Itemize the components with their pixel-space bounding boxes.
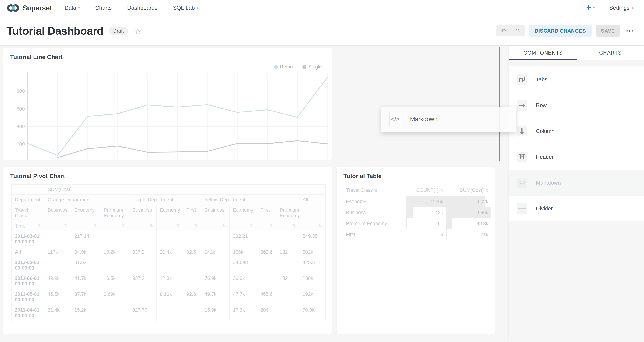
sidebar-item-header[interactable]: HHeader — [510, 144, 644, 170]
sidebar-item-tabs[interactable]: Tabs — [510, 66, 644, 92]
pivot-class-header[interactable]: Economy — [71, 205, 100, 221]
pivot-class-header[interactable]: Business — [129, 205, 156, 221]
sort-arrows-icon[interactable]: ⇅ — [292, 223, 296, 228]
sort-arrows-icon[interactable]: ⇅ — [93, 223, 97, 228]
sort-arrows-icon[interactable]: ⇅ — [269, 223, 273, 228]
sort-arrows-icon[interactable]: ⇅ — [485, 188, 488, 192]
pivot-time-header[interactable]: Time⇅ — [11, 221, 44, 231]
table-chart-card[interactable]: Tutorial Table Travel Class⇅COUNT(*)⇅SUM… — [336, 167, 495, 334]
superset-infinity-icon — [6, 4, 20, 12]
page-title: Tutorial Dashboard — [6, 24, 104, 37]
superset-logo[interactable]: Superset — [6, 4, 52, 12]
save-button[interactable]: SAVE — [596, 25, 620, 37]
pivot-value-cell: 39.9k — [230, 273, 257, 289]
nav-item-dashboards[interactable]: Dashboards — [127, 5, 158, 11]
drag-ghost-label: Markdown — [410, 116, 438, 122]
pivot-class-header[interactable]: First — [257, 205, 276, 221]
status-badge: Draft — [109, 26, 128, 36]
nav-item-data[interactable]: Data▾ — [64, 5, 80, 11]
pivot-value-cell: 41.7k — [71, 273, 100, 289]
drop-indicator — [499, 47, 500, 161]
svg-text:400: 400 — [16, 124, 25, 129]
pivot-value-cell: 15.2k — [71, 305, 100, 321]
pivot-value-cell: 142k — [201, 247, 230, 257]
sort-arrows-icon[interactable]: ⇅ — [222, 223, 226, 228]
pivot-value-cell: 332.21 — [230, 231, 257, 247]
new-item-button[interactable]: + ▾ — [586, 4, 595, 12]
pivot-class-header[interactable]: Premium Economy — [276, 205, 299, 221]
pivot-value-cell — [100, 231, 129, 247]
chevron-down-icon: ▾ — [593, 6, 595, 10]
nav-item-sql-lab[interactable]: SQL Lab▾ — [173, 5, 198, 11]
line-chart-card[interactable]: Tutorial Line Chart ReturnSingle 2004006… — [3, 48, 332, 160]
pivot-time-cell: 2011-03-01 00:00:00 — [11, 231, 44, 247]
pivot-value-cell — [257, 231, 276, 247]
row-icon — [517, 100, 527, 110]
undo-button[interactable]: ↶ — [496, 25, 510, 36]
tabs-icon — [517, 74, 527, 85]
sidebar-item-column[interactable]: Column — [510, 118, 644, 144]
tab-components[interactable]: COMPONENTS — [510, 46, 577, 60]
favorite-star-icon[interactable]: ☆ — [134, 26, 142, 36]
plus-icon: + — [586, 3, 591, 12]
pivot-time-cell: 2011-05-01 00:00:00 — [11, 289, 44, 305]
pivot-value-cell — [276, 257, 299, 273]
sort-arrows-icon[interactable]: ⇅ — [149, 223, 153, 228]
col-header-sum-cost[interactable]: SUM(Cost)⇅ — [446, 184, 491, 196]
markdown-icon: </> — [517, 178, 527, 188]
svg-text:200: 200 — [16, 142, 25, 147]
pivot-class-header[interactable]: First — [183, 205, 201, 221]
sort-arrows-icon[interactable]: ⇅ — [250, 223, 254, 228]
pivot-class-header[interactable]: Premium Economy — [100, 205, 129, 221]
sum-cost-cell: 602k — [446, 196, 491, 207]
discard-changes-button[interactable]: DISCARD CHANGES — [529, 25, 592, 37]
sort-arrows-icon[interactable]: ⇅ — [194, 223, 198, 228]
sort-arrows-icon[interactable]: ⇅ — [37, 223, 41, 228]
col-header-count[interactable]: COUNT(*)⇅ — [406, 184, 446, 196]
header-icon: H — [517, 152, 527, 162]
pivot-dept-header[interactable]: Orange Department — [44, 195, 129, 205]
redo-button[interactable]: ↷ — [510, 25, 525, 36]
pivot-dept-header[interactable]: Yellow Department — [201, 195, 299, 205]
more-options-icon[interactable]: ••• — [626, 28, 634, 34]
sort-arrows-icon[interactable]: ⇅ — [64, 223, 68, 228]
dashboard-header: Tutorial Dashboard Draft ☆ ↶ ↷ DISCARD C… — [0, 16, 644, 46]
svg-text:800: 800 — [16, 88, 25, 94]
settings-menu[interactable]: Settings ▾ — [609, 5, 633, 11]
svg-text:600: 600 — [16, 106, 25, 112]
pivot-chart-card[interactable]: Tutorial Pivot Chart SUM(Cost)Department… — [3, 167, 332, 334]
pivot-class-header[interactable]: Economy — [230, 205, 257, 221]
pivot-value-cell: 669.6 — [257, 247, 276, 257]
pivot-value-cell: 12.3k — [156, 273, 183, 289]
sidebar-item-label: Column — [536, 128, 554, 134]
travel-class-cell: Premium Economy — [343, 218, 406, 229]
brand-name: Superset — [22, 4, 52, 12]
pivot-class-header[interactable]: Business — [201, 205, 230, 221]
drag-ghost-markdown: </> Markdown — [381, 106, 516, 132]
pivot-value-cell: 21.4k — [44, 305, 71, 321]
sort-arrows-icon[interactable]: ⇅ — [122, 223, 126, 228]
pivot-value-cell: 132 — [276, 247, 299, 257]
pivot-value-cell: 8.16k — [156, 289, 183, 305]
sort-arrows-icon[interactable]: ⇅ — [176, 223, 180, 228]
pivot-dept-label: Department — [11, 195, 44, 205]
value-bar — [406, 207, 413, 218]
nav-item-charts[interactable]: Charts — [95, 5, 112, 11]
pivot-dept-header[interactable]: Purple Department — [129, 195, 201, 205]
pivot-data-row: 2011-04-01 00:00:0021.4k15.2k927.7715.9k… — [11, 305, 326, 321]
sidebar-item-divider[interactable]: Divider — [510, 196, 644, 222]
sidebar-item-row[interactable]: Row — [510, 92, 644, 118]
pivot-value-cell: 465.6 — [257, 289, 276, 305]
pivot-value-cell — [257, 257, 276, 273]
sort-arrows-icon[interactable]: ⇅ — [374, 188, 378, 192]
pivot-class-header[interactable]: Business — [44, 205, 71, 221]
pivot-value-cell: 15.9k — [201, 305, 230, 321]
active-tab-indicator — [510, 59, 577, 60]
sort-arrows-icon[interactable]: ⇅ — [440, 188, 443, 192]
pivot-all-header[interactable]: All — [299, 195, 326, 205]
sort-arrows-icon[interactable]: ⇅ — [318, 223, 322, 228]
tab-charts[interactable]: CHARTS — [577, 46, 644, 60]
col-header-travel-class[interactable]: Travel Class⇅ — [343, 184, 406, 196]
pivot-class-header[interactable]: Economy — [156, 205, 183, 221]
pivot-metric-row: SUM(Cost) — [11, 184, 326, 195]
